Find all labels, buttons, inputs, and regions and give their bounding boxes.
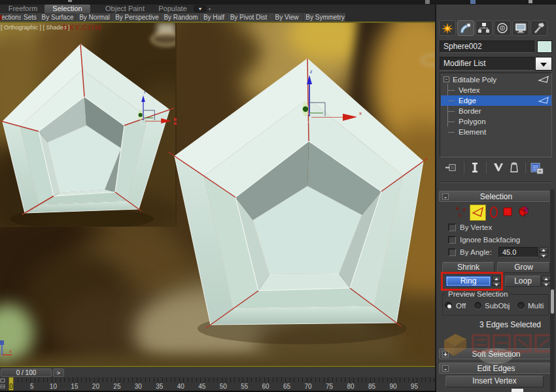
next-frame-button[interactable]: > (53, 368, 64, 377)
frame-number: 75 (320, 383, 339, 390)
stack-row-vertex[interactable]: Vertex (441, 85, 551, 95)
tab-motion[interactable] (494, 20, 511, 36)
motion-icon (496, 22, 509, 34)
modifier-list-arrow[interactable] (535, 57, 552, 71)
titlebar-strip (0, 0, 556, 5)
tool-sets[interactable]: Sets (22, 13, 39, 22)
stack-row-editable-poly[interactable]: - Editable Poly (441, 74, 551, 85)
panel-scrollbar-thumb[interactable] (551, 289, 554, 314)
subobject-edge-icon[interactable] (470, 204, 486, 221)
panel-scrollbar[interactable] (550, 189, 555, 392)
object-name-field[interactable]: Sphere002 (440, 41, 534, 53)
tool-by-perspective[interactable]: By Perspective (113, 13, 162, 22)
rollout-title: Soft Selection (472, 350, 520, 359)
preview-subobj-radio[interactable] (474, 302, 481, 309)
frame-number: 10 (43, 383, 63, 390)
preview-multi-radio[interactable] (517, 302, 525, 309)
subobject-element-icon[interactable] (517, 204, 530, 218)
viewport-label-shading[interactable]: [ Shaded ] (43, 24, 70, 31)
tool-sections[interactable]: ections (0, 13, 22, 22)
insert-vertex-button[interactable]: Insert Vertex (445, 376, 544, 387)
showlight-icon[interactable] (538, 76, 549, 84)
ribbon-tab-bar: Freeform Selection Object Paint Populate… (0, 5, 436, 13)
tool-by-pivot-dist[interactable]: By Pivot Dist (228, 13, 269, 22)
trackbar-ticks (9, 378, 434, 382)
object-color-swatch[interactable] (537, 41, 552, 53)
stack-toolbar (436, 160, 556, 176)
ribbon-tab-selection[interactable]: Selection (44, 5, 90, 13)
preview-off-radio[interactable] (445, 302, 452, 309)
rollout-expand-icon[interactable]: + (442, 351, 449, 357)
stack-row-polygon[interactable]: Polygon (441, 116, 551, 127)
by-angle-label: By Angle: (460, 248, 492, 256)
pentagon-object[interactable] (169, 59, 428, 328)
tool-by-random[interactable]: By Random (162, 13, 200, 22)
track-bar[interactable]: 5 10 15 20 25 30 35 40 45 50 55 60 65 70… (0, 377, 435, 391)
current-frame-number: 0 (9, 383, 13, 390)
showlight-icon[interactable] (538, 97, 549, 105)
rollout-edit-edges[interactable]: - Edit Edges (439, 363, 553, 374)
stack-label: Vertex (459, 85, 480, 95)
ribbon-caret-icon[interactable]: ▾ (209, 7, 211, 11)
tab-utilities[interactable] (530, 20, 547, 36)
grow-button[interactable]: Grow (497, 262, 550, 273)
frame-number: 55 (235, 383, 254, 390)
pin-stack-icon[interactable] (445, 163, 457, 173)
loop-spinner[interactable] (542, 276, 551, 287)
rollout-soft-selection[interactable]: + Soft Selection (439, 348, 553, 359)
show-end-result-icon[interactable] (471, 162, 479, 174)
3dsmax-window: Freeform Selection Object Paint Populate… (0, 0, 556, 392)
ribbon-minimize-dropdown[interactable]: ▼ (194, 5, 207, 12)
preview-off-label: Off (456, 302, 466, 310)
viewport-label[interactable]: [ Orthographic ] [ Shaded ] (1, 24, 70, 31)
preview-multi-label: Multi (528, 302, 544, 310)
tab-modify[interactable] (457, 20, 474, 36)
stack-row-edge[interactable]: Edge (441, 95, 551, 106)
tool-by-half[interactable]: By Half (200, 13, 228, 22)
tool-by-surface[interactable]: By Surface (39, 13, 77, 22)
loop-button[interactable]: Loop (505, 276, 541, 287)
viewport-label-pov[interactable]: [ Orthographic ] (1, 24, 41, 31)
rollout-collapse-icon[interactable]: - (442, 365, 449, 372)
tab-display[interactable] (512, 20, 529, 36)
pentagon-object-inset[interactable] (0, 44, 174, 215)
time-slider-handle[interactable]: 0 / 100 (1, 368, 52, 377)
subobject-vertex-icon[interactable] (454, 205, 468, 220)
by-angle-spinner[interactable] (539, 247, 548, 258)
by-angle-field[interactable]: 45.0 (498, 247, 538, 257)
make-unique-icon[interactable] (493, 163, 506, 173)
modifier-stack[interactable]: - Editable Poly Vertex Edge Border Polyg… (440, 73, 552, 157)
frame-number: 70 (298, 383, 318, 390)
inset-3d-scene: zx (0, 44, 179, 229)
collapse-icon[interactable]: - (443, 76, 449, 82)
subobject-border-icon[interactable] (488, 206, 500, 219)
viewport[interactable]: zxzxx [ Orthographic ] [ Shaded ] DXY.CO… (0, 23, 435, 366)
tool-by-symmetry[interactable]: By Symmetry (304, 13, 345, 22)
modifier-list-dropdown[interactable]: Modifier List (440, 57, 534, 71)
frame-number: 80 (341, 383, 360, 390)
toolbar-remnant (0, 15, 2, 20)
ignore-backfacing-label: Ignore Backfacing (460, 236, 520, 244)
by-angle-checkbox[interactable] (448, 248, 456, 256)
stack-row-border[interactable]: Border (441, 106, 551, 116)
ignore-backfacing-checkbox[interactable] (448, 236, 456, 244)
configure-modifier-sets-icon[interactable] (530, 162, 544, 174)
rollout-collapse-icon[interactable]: - (442, 193, 449, 200)
current-frame-marker[interactable]: 0 (9, 377, 14, 391)
remove-modifier-icon[interactable] (510, 162, 519, 174)
tab-create[interactable] (439, 20, 456, 36)
by-vertex-checkbox[interactable] (448, 223, 456, 231)
tool-by-normal[interactable]: By Normal (77, 13, 113, 22)
stack-row-element[interactable]: Element (441, 127, 551, 137)
create-icon (441, 22, 454, 34)
gizmo-x-label: x (359, 110, 362, 116)
tool-by-view[interactable]: By View (269, 13, 304, 22)
rollout-selection[interactable]: - Selection (439, 191, 553, 202)
subobject-polygon-icon[interactable] (502, 206, 513, 218)
frame-number: 85 (362, 383, 382, 390)
ribbon-tab-populate[interactable]: Populate (156, 5, 190, 13)
ribbon-tab-freeform[interactable]: Freeform (4, 5, 42, 13)
ribbon-tab-object-paint[interactable]: Object Paint (99, 5, 150, 13)
tab-hierarchy[interactable] (476, 20, 493, 36)
trackbar-mini-icons[interactable] (0, 378, 6, 391)
